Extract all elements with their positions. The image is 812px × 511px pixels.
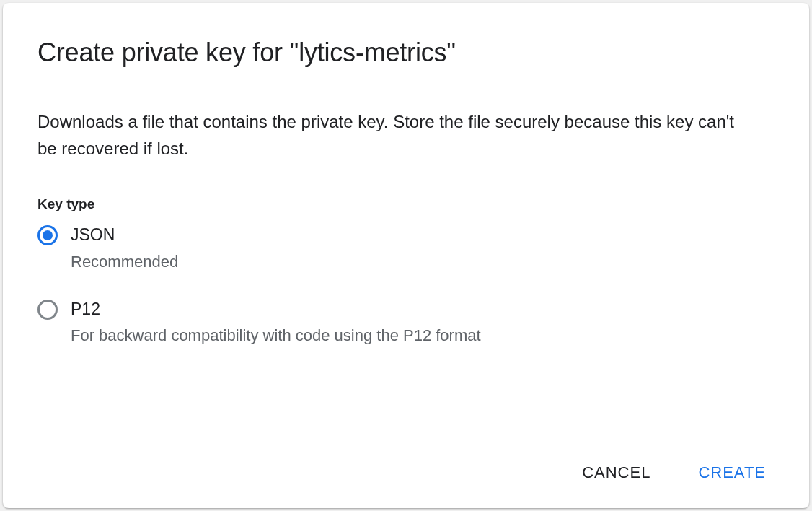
radio-content: JSON Recommended: [71, 225, 178, 273]
cancel-button[interactable]: CANCEL: [573, 458, 659, 488]
radio-label-json: JSON: [71, 225, 178, 245]
radio-button-selected-icon: [37, 225, 58, 245]
key-type-radio-group: JSON Recommended P12 For backward compat…: [37, 225, 775, 347]
create-button[interactable]: CREATE: [689, 458, 775, 488]
dialog-description: Downloads a file that contains the priva…: [37, 108, 744, 162]
radio-content: P12 For backward compatibility with code…: [71, 300, 481, 347]
radio-option-json[interactable]: JSON Recommended: [37, 225, 775, 273]
radio-sublabel-json: Recommended: [71, 251, 178, 274]
dialog-title: Create private key for "lytics-metrics": [37, 38, 775, 68]
radio-option-p12[interactable]: P12 For backward compatibility with code…: [37, 300, 775, 347]
radio-label-p12: P12: [71, 300, 481, 320]
radio-sublabel-p12: For backward compatibility with code usi…: [71, 325, 481, 347]
create-private-key-dialog: Create private key for "lytics-metrics" …: [3, 3, 809, 508]
radio-button-unselected-icon: [37, 300, 58, 320]
key-type-label: Key type: [37, 196, 775, 212]
dialog-actions: CANCEL CREATE: [573, 458, 775, 488]
